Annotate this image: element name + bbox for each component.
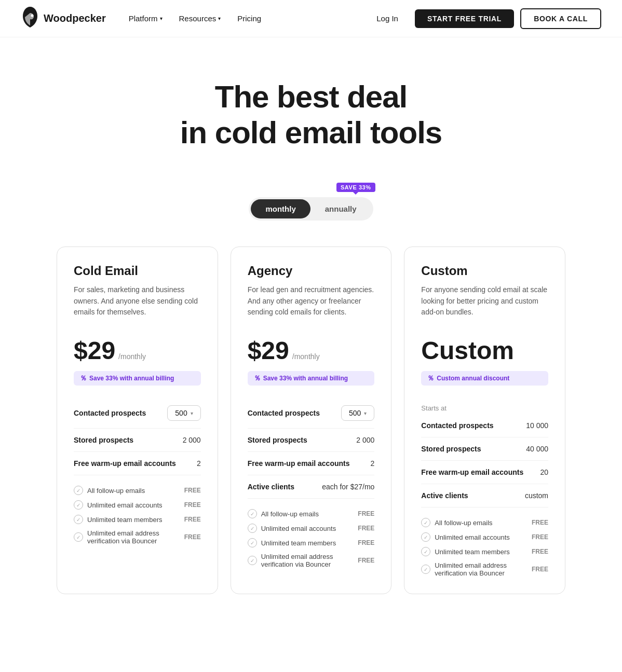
feature-item: ✓ Unlimited email accounts FREE	[421, 532, 548, 542]
feature-badge: FREE	[184, 533, 201, 541]
feature-label: Unlimited team members	[87, 516, 163, 524]
custom-price-row: Custom	[421, 336, 548, 365]
agency-spec-prospects: Contacted prospects 500 ▾	[248, 398, 375, 429]
agency-period: /monthly	[292, 352, 320, 361]
check-icon: ✓	[248, 556, 257, 565]
cold-email-prospects-dropdown[interactable]: 500 ▾	[167, 405, 200, 421]
feature-item: ✓ All follow-up emails FREE	[248, 509, 375, 518]
feature-item: ✓ Unlimited email address verification v…	[248, 553, 375, 568]
feature-item: ✓ Unlimited email address verification v…	[74, 529, 201, 545]
feature-item: ✓ Unlimited email address verification v…	[421, 561, 548, 577]
login-button[interactable]: Log In	[366, 9, 409, 28]
monthly-toggle[interactable]: monthly	[251, 199, 310, 218]
custom-features: ✓ All follow-up emails FREE ✓ Unlimited …	[421, 518, 548, 577]
check-icon: ✓	[248, 524, 257, 533]
cold-email-price: $29	[74, 336, 115, 365]
custom-save-tag: ％ Custom annual discount	[421, 371, 548, 386]
cold-email-stored-value: 2 000	[183, 436, 201, 444]
check-icon: ✓	[421, 547, 430, 556]
agency-stored-value: 2 000	[356, 436, 374, 444]
custom-card: Custom For anyone sending cold email at …	[404, 246, 565, 594]
check-icon: ✓	[74, 532, 83, 542]
custom-stored-value: 40 000	[526, 445, 548, 453]
cold-email-spec-prospects: Contacted prospects 500 ▾	[74, 398, 201, 429]
feature-badge: FREE	[358, 510, 374, 517]
feature-badge: FREE	[184, 516, 201, 523]
resources-chevron-icon: ▾	[218, 16, 221, 21]
custom-spec-prospects: Contacted prospects 10 000	[421, 414, 548, 437]
agency-prospects-label: Contacted prospects	[248, 409, 320, 417]
logo[interactable]: Woodpecker	[21, 6, 106, 32]
feature-badge: FREE	[532, 566, 548, 573]
feature-label: Unlimited team members	[261, 539, 336, 547]
cold-email-prospects-label: Contacted prospects	[74, 409, 146, 417]
agency-spec-warmup: Free warm-up email accounts 2	[248, 452, 375, 475]
cold-email-price-row: $29 /monthly	[74, 336, 201, 365]
feature-label: Unlimited email accounts	[435, 533, 510, 541]
feature-item: ✓ All follow-up emails FREE	[74, 486, 201, 495]
agency-warmup-value: 2	[371, 459, 375, 468]
check-icon: ✓	[74, 486, 83, 495]
cold-email-warmup-value: 2	[197, 459, 201, 468]
custom-spec-stored: Stored prospects 40 000	[421, 437, 548, 461]
dropdown-arrow-icon: ▾	[364, 410, 367, 416]
custom-prospects-label: Contacted prospects	[421, 421, 493, 430]
custom-clients-value: custom	[525, 491, 548, 500]
check-icon: ✓	[248, 509, 257, 518]
feature-badge: FREE	[532, 533, 548, 541]
check-icon: ✓	[248, 538, 257, 547]
cold-email-spec-warmup: Free warm-up email accounts 2	[74, 452, 201, 475]
pricing-cards: Cold Email For sales, marketing and busi…	[25, 246, 597, 625]
feature-badge: FREE	[532, 548, 548, 555]
cold-email-desc: For sales, marketing and business owners…	[74, 284, 201, 322]
logo-icon	[21, 6, 39, 32]
feature-badge: FREE	[358, 525, 374, 532]
navbar: Woodpecker Platform ▾ Resources ▾ Pricin…	[0, 0, 622, 37]
annually-toggle[interactable]: annually	[310, 199, 371, 218]
billing-toggle-wrap: SAVE 33% monthly annually	[0, 197, 622, 221]
custom-spec-clients: Active clients custom	[421, 484, 548, 508]
custom-prospects-value: 10 000	[526, 421, 548, 430]
cold-email-title: Cold Email	[74, 264, 201, 278]
percent-icon: ％	[80, 374, 87, 383]
nav-resources[interactable]: Resources ▾	[173, 10, 227, 27]
check-icon: ✓	[421, 518, 430, 527]
cold-email-save-tag: ％ Save 33% with annual billing	[74, 371, 201, 386]
cold-email-features: ✓ All follow-up emails FREE ✓ Unlimited …	[74, 486, 201, 545]
logo-text: Woodpecker	[44, 12, 106, 24]
nav-right: Log In START FREE TRIAL BOOK A CALL	[366, 8, 601, 29]
start-trial-button[interactable]: START FREE TRIAL	[415, 9, 514, 28]
agency-stored-label: Stored prospects	[248, 436, 307, 444]
platform-chevron-icon: ▾	[160, 16, 163, 21]
agency-price: $29	[248, 336, 289, 365]
feature-item: ✓ Unlimited team members FREE	[74, 515, 201, 524]
agency-features: ✓ All follow-up emails FREE ✓ Unlimited …	[248, 509, 375, 568]
feature-label: Unlimited email accounts	[261, 525, 336, 532]
cold-email-stored-label: Stored prospects	[74, 436, 133, 444]
custom-stored-label: Stored prospects	[421, 445, 481, 453]
check-icon: ✓	[421, 565, 430, 574]
agency-clients-value: each for $27/mo	[322, 483, 374, 491]
feature-badge: FREE	[358, 539, 374, 546]
agency-prospects-dropdown[interactable]: 500 ▾	[341, 405, 374, 421]
feature-item: ✓ Unlimited team members FREE	[248, 538, 375, 547]
nav-pricing[interactable]: Pricing	[231, 10, 267, 27]
cold-email-spec-stored: Stored prospects 2 000	[74, 429, 201, 452]
percent-icon: ％	[427, 374, 434, 383]
agency-save-tag: ％ Save 33% with annual billing	[248, 371, 375, 386]
custom-title: Custom	[421, 264, 548, 278]
agency-card: Agency For lead gen and recruitment agen…	[231, 246, 392, 594]
feature-label: Unlimited email accounts	[87, 501, 163, 509]
feature-badge: FREE	[532, 519, 548, 526]
book-call-button[interactable]: BOOK A CALL	[520, 8, 601, 29]
agency-clients-label: Active clients	[248, 483, 294, 491]
check-icon: ✓	[421, 532, 430, 542]
feature-item: ✓ Unlimited email accounts FREE	[74, 500, 201, 510]
feature-badge: FREE	[358, 557, 374, 564]
check-icon: ✓	[74, 500, 83, 510]
agency-spec-stored: Stored prospects 2 000	[248, 429, 375, 452]
cold-email-card: Cold Email For sales, marketing and busi…	[57, 246, 218, 594]
nav-platform[interactable]: Platform ▾	[123, 10, 169, 27]
feature-label: Unlimited team members	[435, 548, 510, 556]
custom-price: Custom	[421, 336, 514, 365]
